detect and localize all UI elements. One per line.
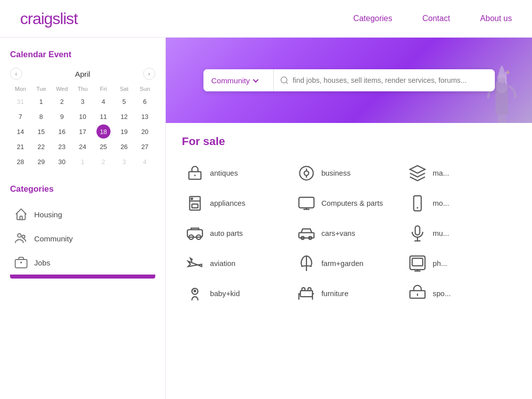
forsale-item-carsvans[interactable]: cars+vans: [293, 218, 405, 248]
search-icon: [280, 76, 289, 85]
calendar-month: April: [75, 70, 90, 78]
calendar-next-button[interactable]: ›: [143, 68, 155, 80]
day-header-mon: Mon: [10, 84, 31, 94]
logo[interactable]: craigslist: [20, 10, 77, 28]
svg-point-9: [281, 77, 287, 83]
svg-rect-30: [415, 226, 420, 235]
car-icon: [297, 224, 315, 242]
forsale-item-babykid[interactable]: baby+kid: [182, 279, 293, 309]
forsale-item-autoparts-label: auto parts: [210, 229, 243, 237]
svg-point-0: [18, 234, 21, 237]
cal-day[interactable]: 20: [138, 124, 152, 139]
cal-day[interactable]: 4: [138, 155, 152, 169]
forsale-item-col3-5[interactable]: spo...: [404, 279, 516, 309]
forsale-item-col3-2-label: mo...: [433, 199, 449, 207]
content-area: Community For sale: [166, 38, 532, 399]
cal-day[interactable]: 15: [34, 124, 48, 139]
categories-title: Categories: [10, 184, 155, 194]
cal-day[interactable]: 2: [55, 94, 69, 108]
sidebar-item-jobs[interactable]: Jobs: [10, 250, 155, 275]
calendar-day-headers: Mon Tue Wed Thu Fri Sat Sun: [10, 84, 155, 94]
cal-day[interactable]: 3: [75, 94, 89, 108]
sidebar-item-community-label: Community: [34, 234, 73, 243]
cal-day[interactable]: 13: [138, 109, 152, 123]
nav-contact-link[interactable]: Contact: [422, 14, 450, 23]
cal-day[interactable]: 1: [75, 155, 89, 169]
sidebar-item-community[interactable]: Community: [10, 226, 155, 250]
search-category-dropdown[interactable]: Community: [203, 69, 274, 91]
cal-day[interactable]: 12: [117, 109, 131, 123]
search-category-label: Community: [211, 76, 250, 85]
cal-day[interactable]: 28: [14, 155, 28, 169]
calendar-prev-button[interactable]: ‹: [10, 68, 22, 80]
cal-day[interactable]: 25: [96, 140, 111, 154]
community-icon: [14, 231, 28, 245]
forsale-col-1: antiques appliances: [182, 158, 293, 309]
svg-point-21: [299, 167, 313, 180]
navbar: craigslist Categories Contact About us: [0, 0, 532, 38]
forsale-item-col3-1-label: ma...: [433, 169, 449, 177]
cal-day[interactable]: 3: [117, 155, 131, 169]
cal-day[interactable]: 9: [55, 109, 69, 123]
cal-day[interactable]: 31: [14, 94, 28, 108]
forsale-item-autoparts[interactable]: auto parts: [182, 218, 293, 248]
day-header-sat: Sat: [114, 84, 134, 94]
forsale-item-col3-4[interactable]: ph...: [404, 248, 516, 279]
sidebar-bottom-bar: [10, 275, 155, 279]
cal-day[interactable]: 6: [138, 94, 152, 108]
cal-day[interactable]: 5: [117, 94, 131, 108]
forsale-item-business[interactable]: business: [293, 158, 405, 188]
svg-rect-4: [498, 114, 506, 123]
forsale-item-furniture-label: furniture: [322, 290, 349, 298]
svg-rect-34: [412, 258, 423, 266]
forsale-item-aviation[interactable]: aviation: [182, 248, 293, 279]
forsale-item-col3-5-label: spo...: [433, 290, 451, 298]
cal-day[interactable]: 8: [34, 109, 48, 123]
search-input[interactable]: [293, 69, 489, 91]
day-header-thu: Thu: [72, 84, 93, 94]
search-bar: Community: [203, 69, 495, 91]
sidebar-item-jobs-label: Jobs: [34, 258, 50, 267]
cal-day[interactable]: 17: [75, 124, 89, 139]
cal-day[interactable]: 1: [34, 94, 48, 108]
forsale-item-farmgarden[interactable]: farm+garden: [293, 248, 405, 279]
forsale-item-business-label: business: [322, 169, 351, 177]
forsale-item-aviation-label: aviation: [210, 259, 236, 268]
cal-day[interactable]: 10: [75, 109, 89, 123]
sidebar-item-housing[interactable]: Housing: [10, 202, 155, 226]
forsale-item-computers[interactable]: Computers & parts: [293, 188, 405, 218]
cal-day[interactable]: 16: [55, 124, 69, 139]
cal-day[interactable]: 24: [75, 140, 89, 154]
cal-day[interactable]: 4: [96, 94, 111, 108]
cal-day[interactable]: 27: [138, 140, 152, 154]
photo-icon: [408, 254, 427, 273]
cal-day[interactable]: 7: [14, 109, 28, 123]
forsale-item-col3-1[interactable]: ma...: [404, 158, 516, 188]
calendar-section: Calendar Event ‹ April › Mon Tue Wed Thu…: [10, 50, 155, 169]
forsale-item-antiques[interactable]: antiques: [182, 158, 293, 188]
forsale-item-col3-3[interactable]: mu...: [404, 218, 516, 248]
calendar-week-4: 21 22 23 24 25 26 27: [10, 139, 155, 154]
forsale-item-furniture[interactable]: furniture: [293, 279, 405, 309]
svg-point-14: [191, 198, 193, 200]
cal-day[interactable]: 22: [34, 140, 48, 154]
cal-day[interactable]: 14: [14, 124, 28, 139]
cal-day[interactable]: 11: [96, 109, 111, 123]
cal-day[interactable]: 30: [55, 155, 69, 169]
forsale-item-col3-2[interactable]: mo...: [404, 188, 516, 218]
aviation-icon: [186, 254, 204, 273]
svg-rect-2: [15, 259, 27, 268]
cal-day[interactable]: 23: [55, 140, 69, 154]
cal-day[interactable]: 21: [14, 140, 28, 154]
cal-day-selected[interactable]: 18: [96, 124, 111, 139]
baby-icon: [186, 285, 204, 303]
cal-day[interactable]: 19: [117, 124, 131, 139]
cal-day[interactable]: 29: [34, 155, 48, 169]
nav-about-link[interactable]: About us: [480, 14, 512, 23]
cal-day[interactable]: 2: [96, 155, 111, 169]
nav-categories-link[interactable]: Categories: [353, 14, 392, 23]
categories-section: Categories Housing Community: [10, 184, 155, 275]
forsale-item-col3-4-label: ph...: [433, 259, 447, 268]
forsale-item-appliances[interactable]: appliances: [182, 188, 293, 218]
cal-day[interactable]: 26: [117, 140, 131, 154]
